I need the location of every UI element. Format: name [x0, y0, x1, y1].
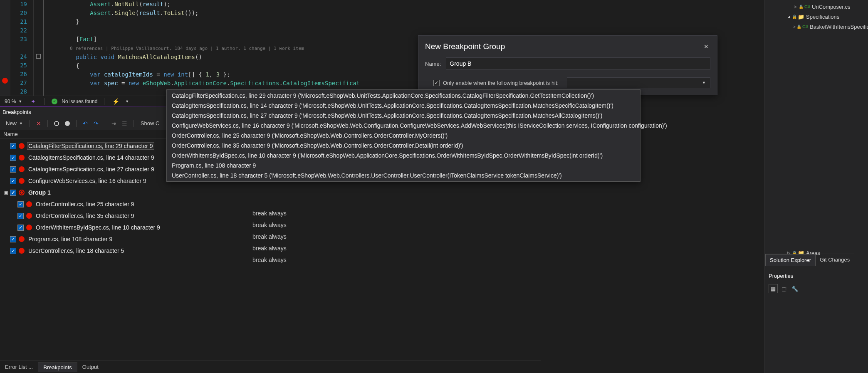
properties-title: Properties [765, 270, 867, 282]
breakpoint-label: OrderWithItemsByIdSpec.cs, line 10 chara… [35, 224, 161, 231]
dropdown-item[interactable]: Program.cs, line 108 character 9 [167, 161, 640, 170]
lightning-icon[interactable]: ⚡ [111, 97, 120, 106]
dropdown-item[interactable]: OrderWithItemsByIdSpec.cs, line 10 chara… [167, 151, 640, 161]
close-icon[interactable]: ✕ [702, 42, 710, 52]
breakpoint-label: CatalogFilterSpecification.cs, line 29 c… [27, 142, 154, 150]
csharp-file-icon: C# [802, 24, 808, 29]
tree-item-label: UriComposer.cs [812, 4, 850, 10]
dropdown-item[interactable]: UserController.cs, line 18 character 5 (… [167, 170, 640, 180]
code-fold-margin[interactable]: − [33, 0, 44, 104]
chevron-down-icon: ▼ [18, 99, 22, 104]
tab-error-list[interactable]: Error List ... [0, 362, 38, 372]
dropdown-item[interactable]: CatalogFilterSpecification.cs, line 29 c… [167, 91, 640, 101]
separator [105, 120, 105, 127]
disable-all-icon[interactable] [63, 119, 72, 128]
tree-item-label: Specifications [806, 14, 839, 20]
breakpoint-checkbox[interactable]: ✓ [10, 236, 16, 242]
name-label: Name: [425, 61, 441, 67]
expander-icon[interactable]: ▣ [4, 190, 10, 195]
folder-icon: 📁 [798, 14, 804, 20]
breakpoint-select[interactable]: ▼ [567, 77, 710, 88]
delete-icon[interactable]: ✕ [34, 119, 43, 128]
redo-icon[interactable]: ↷ [91, 119, 101, 128]
dialog-body: Name: Only enable when the following bre… [418, 53, 717, 95]
enable-condition-row: Only enable when the following breakpoin… [425, 77, 710, 88]
tab-output[interactable]: Output [77, 362, 104, 372]
properties-toolbar: ▦ ⬚ 🔧 [765, 282, 867, 296]
export-icon[interactable]: ⇥ [109, 119, 119, 128]
breakpoint-indicator-icon[interactable] [2, 78, 8, 84]
breakpoint-checkbox[interactable]: ✓ [10, 178, 16, 184]
breakpoint-item[interactable]: ✓Program.cs, line 108 character 9 [1, 233, 540, 245]
lock-icon: 🔒 [799, 5, 804, 9]
show-columns-button[interactable]: Show C [138, 119, 162, 127]
suggestion-icon[interactable]: ✦ [29, 97, 38, 106]
new-button[interactable]: New ▼ [3, 119, 25, 127]
issues-status[interactable]: No issues found [62, 99, 97, 104]
enable-checkbox[interactable] [433, 80, 440, 86]
new-breakpoint-group-dialog: New Breakpoint Group ✕ Name: Only enable… [418, 35, 717, 95]
breakpoint-checkbox[interactable]: ✓ [10, 248, 16, 254]
solution-tree-item[interactable]: ▷🔒C#BasketWithItemsSpecific [766, 22, 866, 32]
chevron-down-icon: ▼ [19, 121, 23, 126]
breakpoint-item[interactable]: ✓OrderWithItemsByIdSpec.cs, line 10 char… [1, 222, 540, 233]
tab-breakpoints[interactable]: Breakpoints [38, 362, 77, 372]
wrench-icon[interactable]: 🔧 [790, 284, 799, 293]
breakpoint-dropdown[interactable]: CatalogFilterSpecification.cs, line 29 c… [166, 89, 640, 182]
code-body[interactable]: Assert.NotNull(result); Assert.Single(re… [44, 0, 360, 104]
tree-item-label: BasketWithItemsSpecific [810, 24, 868, 30]
fold-toggle-icon[interactable]: − [36, 54, 41, 59]
solution-tree-item[interactable]: ▷🔒C#UriComposer.cs [766, 2, 866, 12]
breakpoint-item[interactable]: ✓OrderController.cs, line 25 character 9 [1, 198, 540, 210]
dropdown-item[interactable]: CatalogItemsSpecification.cs, line 27 ch… [167, 111, 640, 121]
breakpoint-item[interactable]: ✓UserController.cs, line 18 character 5 [1, 245, 540, 257]
zoom-value: 90 % [5, 99, 16, 104]
separator [104, 98, 104, 105]
group-name-input[interactable] [446, 57, 710, 70]
tab-git-changes[interactable]: Git Changes [816, 254, 854, 266]
zoom-level[interactable]: 90 % ▼ [2, 98, 25, 105]
expander-icon[interactable]: ▷ [793, 25, 796, 29]
dialog-titlebar: New Breakpoint Group ✕ [418, 36, 717, 53]
tab-solution-explorer[interactable]: Solution Explorer [765, 254, 816, 266]
dropdown-item[interactable]: ConfigureWebServices.cs, line 16 charact… [167, 121, 640, 131]
separator [30, 120, 30, 127]
header-name[interactable]: Name [2, 131, 193, 137]
breakpoint-checkbox[interactable]: ✓ [10, 190, 16, 196]
separator [76, 120, 77, 127]
breakpoint-checkbox[interactable]: ✓ [10, 143, 16, 149]
breakpoint-checkbox[interactable]: ✓ [17, 213, 24, 219]
solution-tree-item[interactable]: ◢🔒📁Specifications [766, 12, 866, 22]
solution-tree[interactable]: ▷🔒C#UriComposer.cs◢🔒📁Specifications▷🔒C#B… [764, 0, 868, 259]
enable-all-icon[interactable] [52, 119, 61, 128]
undo-icon[interactable]: ↶ [81, 119, 90, 128]
breakpoint-checkbox[interactable]: ✓ [17, 201, 24, 207]
breakpoint-label: ConfigureWebServices.cs, line 16 charact… [27, 177, 148, 185]
breakpoint-icon [19, 155, 25, 161]
properties-panel: Properties ▦ ⬚ 🔧 [765, 270, 867, 296]
separator [45, 98, 45, 105]
separator [134, 120, 134, 127]
breakpoint-label: Group 1 [27, 189, 52, 196]
breakpoint-icon [19, 143, 25, 149]
expander-icon[interactable]: ◢ [786, 15, 791, 19]
dropdown-item[interactable]: OrderController.cs, line 35 character 9 … [167, 141, 640, 151]
settings-icon[interactable]: ☰ [120, 119, 129, 128]
editor-gutter[interactable] [0, 0, 10, 104]
breakpoint-item[interactable]: ✓OrderController.cs, line 35 character 9 [1, 210, 540, 222]
breakpoint-checkbox[interactable]: ✓ [10, 166, 16, 173]
breakpoint-label: OrderController.cs, line 35 character 9 [35, 212, 136, 220]
breakpoint-label: CatalogItemsSpecification.cs, line 27 ch… [27, 166, 156, 173]
breakpoint-group[interactable]: ▣✓Group 1 [1, 187, 540, 198]
breakpoint-checkbox[interactable]: ✓ [10, 155, 16, 161]
breakpoint-checkbox[interactable]: ✓ [17, 225, 24, 231]
categorized-icon[interactable]: ▦ [769, 284, 778, 293]
name-field-row: Name: [425, 57, 710, 70]
alphabetical-icon[interactable]: ⬚ [779, 284, 789, 293]
expander-icon[interactable]: ▷ [793, 5, 798, 9]
dropdown-item[interactable]: OrderController.cs, line 25 character 9 … [167, 131, 640, 141]
dropdown-item[interactable]: CatalogItemsSpecification.cs, line 14 ch… [167, 101, 640, 111]
breakpoint-label: UserController.cs, line 18 character 5 [27, 247, 125, 254]
csharp-file-icon: C# [804, 4, 810, 9]
breakpoint-condition: break always [252, 257, 287, 263]
